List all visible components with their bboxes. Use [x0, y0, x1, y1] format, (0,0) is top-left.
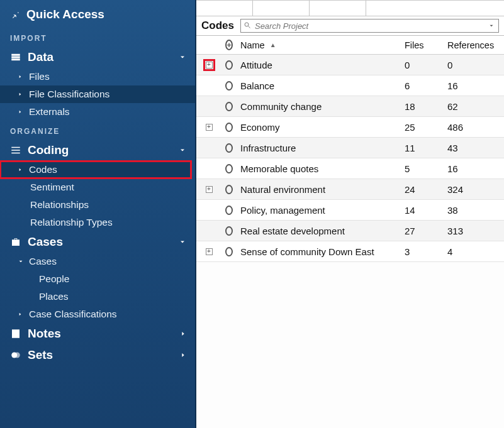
sidebar-item-label: Codes [29, 164, 57, 175]
tab[interactable] [253, 1, 310, 16]
expand-toggle[interactable]: + [206, 62, 213, 69]
organize-section-label: ORGANIZE [0, 121, 195, 140]
code-name[interactable]: Infrastructure [237, 143, 401, 153]
cases-group-header[interactable]: Cases [0, 231, 195, 253]
sidebar-item-codes[interactable]: Codes [0, 161, 191, 178]
column-header-row: + Name ▲ Files References [196, 36, 504, 55]
references-count: 38 [444, 205, 504, 216]
sidebar-item-files[interactable]: Files [0, 68, 195, 85]
sidebar-item-label: Relationship Types [30, 217, 113, 228]
code-name[interactable]: Economy [237, 122, 401, 133]
tab[interactable] [310, 1, 366, 16]
node-marker-cell [221, 60, 237, 70]
sidebar-item-relationships[interactable]: Relationships [0, 196, 195, 214]
node-circle-icon [225, 102, 233, 111]
code-name[interactable]: Balance [237, 80, 401, 91]
code-name[interactable]: Real estate development [237, 226, 401, 236]
node-marker-cell [221, 185, 237, 194]
files-count: 11 [401, 143, 444, 153]
code-name[interactable]: Policy, management [237, 205, 401, 216]
table-row[interactable]: +Policy, management1438 [196, 200, 504, 221]
tab[interactable] [196, 1, 253, 16]
expand-cell: + [196, 207, 221, 214]
sidebar-item-relationship-types[interactable]: Relationship Types [0, 214, 195, 231]
code-name[interactable]: Sense of community Down East [237, 246, 401, 257]
data-group-label: Data [28, 50, 53, 64]
code-name[interactable]: Natural environment [237, 184, 401, 195]
expand-cell: + [196, 186, 221, 193]
expand-cell: + [196, 124, 221, 131]
notes-group-header[interactable]: Notes [0, 323, 195, 344]
files-count: 24 [401, 184, 444, 195]
node-circle-icon [225, 185, 233, 194]
sets-group-header[interactable]: Sets [0, 344, 195, 366]
column-label: Name [240, 40, 265, 50]
table-row[interactable]: +Sense of community Down East34 [196, 241, 504, 262]
svg-point-2 [245, 23, 249, 26]
chevron-right-icon [18, 167, 24, 173]
expand-cell: + [196, 62, 221, 69]
table-row[interactable]: +Economy25486 [196, 117, 504, 138]
files-count: 3 [401, 246, 444, 257]
quick-access-label: Quick Access [26, 8, 104, 21]
data-group-header[interactable]: Data [0, 47, 195, 68]
add-node-button[interactable]: + [221, 40, 237, 50]
search-input[interactable] [251, 21, 487, 31]
sidebar-item-label: Externals [29, 106, 70, 118]
table-row[interactable]: +Balance616 [196, 75, 504, 96]
note-icon [10, 328, 21, 339]
sidebar-item-externals[interactable]: Externals [0, 103, 195, 121]
coding-group-label: Coding [28, 143, 69, 157]
column-header-references[interactable]: References [444, 40, 504, 50]
node-circle-icon [225, 247, 233, 256]
chevron-right-icon [180, 330, 186, 337]
sidebar-item-cases-parent[interactable]: Cases [0, 253, 195, 270]
code-name[interactable]: Community change [237, 101, 401, 112]
node-marker-cell [221, 247, 237, 256]
sidebar-item-sentiment[interactable]: Sentiment [0, 178, 195, 196]
database-icon [10, 52, 21, 63]
pin-icon [10, 9, 20, 19]
sidebar-item-places[interactable]: Places [0, 288, 195, 305]
codes-table-body: +Attitude00+Balance616+Community change1… [196, 55, 504, 428]
column-header-files[interactable]: Files [401, 40, 444, 50]
table-row[interactable]: +Community change1862 [196, 96, 504, 117]
expand-cell: + [196, 248, 221, 255]
sidebar-item-people[interactable]: People [0, 270, 195, 288]
chevron-right-icon [18, 74, 24, 80]
cases-group-label: Cases [28, 235, 63, 249]
node-marker-cell [221, 206, 237, 215]
code-name[interactable]: Memorable quotes [237, 163, 401, 174]
notes-group-label: Notes [28, 327, 61, 341]
dropdown-caret-icon[interactable] [487, 21, 496, 31]
sidebar-item-label: People [39, 273, 69, 285]
node-circle-icon [225, 206, 233, 215]
sidebar-item-file-classifications[interactable]: File Classifications [0, 85, 195, 103]
files-count: 5 [401, 163, 444, 174]
node-circle-icon [225, 123, 233, 132]
files-count: 6 [401, 80, 444, 91]
coding-group-header[interactable]: Coding [0, 140, 195, 161]
sets-icon [10, 349, 21, 361]
expand-toggle[interactable]: + [206, 248, 213, 255]
table-row[interactable]: +Infrastructure1143 [196, 138, 504, 158]
column-label: Files [405, 40, 424, 50]
search-field[interactable] [240, 19, 499, 33]
expand-toggle[interactable]: + [206, 124, 213, 131]
node-circle-icon [225, 226, 233, 236]
expand-toggle[interactable]: + [206, 186, 213, 193]
quick-access-header[interactable]: Quick Access [0, 3, 195, 28]
files-count: 0 [401, 60, 444, 70]
table-row[interactable]: +Attitude00 [196, 55, 504, 75]
table-row[interactable]: +Real estate development27313 [196, 221, 504, 241]
table-row[interactable]: +Memorable quotes516 [196, 158, 504, 179]
column-header-name[interactable]: Name ▲ [237, 40, 401, 50]
node-circle-icon [225, 81, 233, 91]
sidebar-item-case-classifications[interactable]: Case Classifications [0, 305, 195, 323]
expand-cell: + [196, 165, 221, 172]
node-circle-icon [225, 143, 233, 153]
code-name[interactable]: Attitude [237, 60, 401, 70]
expand-cell: + [196, 82, 221, 89]
plus-circle-icon: + [225, 40, 233, 50]
table-row[interactable]: +Natural environment24324 [196, 179, 504, 200]
